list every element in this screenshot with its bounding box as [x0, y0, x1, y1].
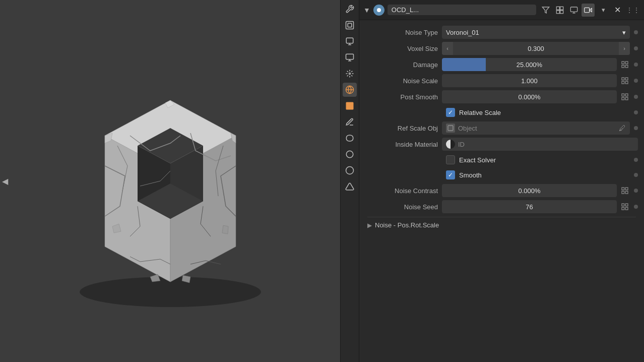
damage-value: 25.000% — [442, 61, 617, 69]
voxel-size-increase[interactable]: › — [619, 42, 630, 55]
eyedropper-icon[interactable]: 🖊 — [619, 124, 626, 132]
toolbar-tools-icon[interactable] — [343, 2, 357, 16]
damage-dot[interactable] — [634, 63, 638, 67]
svg-rect-57 — [625, 204, 628, 206]
smooth-checkbox[interactable]: ✓ — [446, 170, 455, 179]
smooth-label: Smooth — [459, 171, 482, 179]
exact-solver-checkbox[interactable] — [446, 155, 455, 164]
svg-rect-27 — [346, 102, 353, 109]
voxel-size-value: 0.300 — [453, 45, 619, 52]
svg-rect-31 — [556, 7, 559, 10]
svg-rect-54 — [622, 191, 624, 194]
noise-contrast-input[interactable]: 0.000% — [442, 184, 617, 197]
voxel-size-label: Voxel Size — [367, 45, 438, 52]
damage-label: Damage — [367, 61, 438, 69]
svg-rect-59 — [625, 207, 628, 210]
ref-scale-obj-label: Ref Scale Obj — [367, 125, 438, 132]
exact-solver-dot[interactable] — [634, 158, 638, 162]
svg-rect-58 — [622, 207, 624, 210]
tab-select[interactable] — [553, 4, 566, 17]
tab-view[interactable] — [567, 4, 581, 17]
inside-material-selector[interactable]: ID — [442, 138, 638, 151]
svg-rect-44 — [625, 78, 628, 80]
svg-rect-35 — [570, 7, 577, 12]
noise-contrast-row: Noise Contrast 0.000% — [359, 183, 644, 199]
noise-seed-value: 76 — [526, 203, 533, 211]
noise-seed-input[interactable]: 76 — [442, 200, 617, 213]
damage-slider[interactable]: 25.000% — [442, 58, 617, 71]
svg-rect-45 — [622, 81, 624, 84]
voxel-size-dot[interactable] — [634, 46, 638, 50]
noise-contrast-label: Noise Contrast — [367, 187, 438, 195]
post-smooth-value: 0.000% — [518, 93, 540, 101]
ref-obj-value: Object — [458, 125, 616, 132]
noise-type-row: Noise Type Voronoi_01 ▾ — [359, 24, 644, 40]
toolbar-data-icon[interactable] — [343, 147, 357, 161]
toolbar-object-icon[interactable] — [343, 99, 357, 113]
noise-seed-adjust-icon[interactable] — [620, 202, 630, 212]
post-smooth-dot[interactable] — [634, 95, 638, 99]
relative-scale-row: ✓ Relative Scale — [359, 105, 644, 120]
svg-rect-16 — [346, 22, 354, 29]
svg-rect-47 — [622, 94, 624, 96]
noise-scale-input[interactable]: 1.000 — [442, 74, 617, 87]
relative-scale-checkbox[interactable]: ✓ — [446, 108, 455, 117]
noise-type-arrow: ▾ — [622, 29, 626, 36]
post-smooth-input[interactable]: 0.000% — [442, 90, 617, 103]
noise-pos-rot-scale-section[interactable]: ▶ Noise - Pos.Rot.Scale — [359, 219, 644, 231]
toolbar-material-icon[interactable] — [343, 163, 357, 177]
svg-rect-55 — [625, 191, 628, 194]
noise-contrast-dot[interactable] — [634, 189, 638, 193]
svg-rect-32 — [560, 7, 563, 10]
svg-rect-51 — [448, 126, 453, 131]
material-icon — [446, 140, 455, 149]
voxel-size-input[interactable]: ‹ 0.300 › — [442, 42, 630, 55]
noise-seed-label: Noise Seed — [367, 203, 438, 211]
ref-scale-obj-selector[interactable]: Object 🖊 — [442, 122, 630, 135]
svg-marker-30 — [542, 7, 549, 13]
viewport-collapse-arrow[interactable]: ◀ — [2, 176, 8, 186]
toolbar-constraint-icon[interactable] — [343, 179, 357, 194]
post-smooth-control: 0.000% — [442, 90, 630, 103]
svg-point-29 — [377, 8, 381, 12]
noise-contrast-control: 0.000% — [442, 184, 630, 197]
tab-camera[interactable] — [582, 4, 595, 17]
ref-scale-obj-dot[interactable] — [634, 126, 638, 130]
svg-rect-40 — [625, 62, 628, 64]
panel-title[interactable]: OCD_L... — [388, 5, 536, 15]
ref-scale-obj-row: Ref Scale Obj Object 🖊 — [359, 120, 644, 136]
inside-material-control: ID — [442, 138, 638, 151]
svg-rect-38 — [585, 8, 590, 12]
noise-seed-control: 76 — [442, 200, 630, 213]
toolbar-modifier-icon[interactable] — [343, 115, 357, 129]
svg-rect-34 — [560, 10, 563, 13]
ref-scale-obj-control: Object 🖊 — [442, 122, 630, 135]
noise-scale-label: Noise Scale — [367, 77, 438, 85]
viewport-area: ◀ — [0, 0, 340, 362]
noise-type-dropdown[interactable]: Voronoi_01 ▾ — [442, 26, 630, 39]
toolbar-output-icon[interactable] — [343, 34, 357, 48]
noise-seed-dot[interactable] — [634, 205, 638, 209]
noise-scale-dot[interactable] — [634, 79, 638, 83]
noise-scale-adjust-icon[interactable] — [620, 76, 630, 86]
toolbar-physics-icon[interactable] — [343, 83, 357, 97]
toolbar-scene-icon[interactable] — [343, 18, 357, 32]
tab-filter[interactable] — [539, 4, 552, 17]
relative-scale-dot[interactable] — [634, 110, 638, 114]
voxel-size-decrease[interactable]: ‹ — [442, 42, 453, 55]
noise-type-dot[interactable] — [634, 30, 638, 34]
relative-scale-label: Relative Scale — [459, 109, 501, 116]
post-smooth-adjust-icon[interactable] — [620, 92, 630, 102]
toolbar-view-icon[interactable] — [343, 50, 357, 65]
panel-options-button[interactable]: ⋮⋮ — [626, 6, 640, 14]
panel-dropdown-button[interactable]: ▾ — [598, 5, 609, 16]
noise-type-label: Noise Type — [367, 29, 438, 36]
panel-menu-button[interactable]: ▼ — [363, 6, 370, 14]
damage-adjust-icon[interactable] — [620, 59, 630, 70]
toolbar-particles-icon[interactable] — [343, 67, 357, 81]
panel-close-button[interactable]: ✕ — [612, 5, 623, 16]
smooth-row: ✓ Smooth — [359, 167, 644, 183]
toolbar-curves-icon[interactable] — [343, 131, 357, 145]
smooth-dot[interactable] — [634, 173, 638, 177]
noise-contrast-adjust-icon[interactable] — [620, 186, 630, 196]
